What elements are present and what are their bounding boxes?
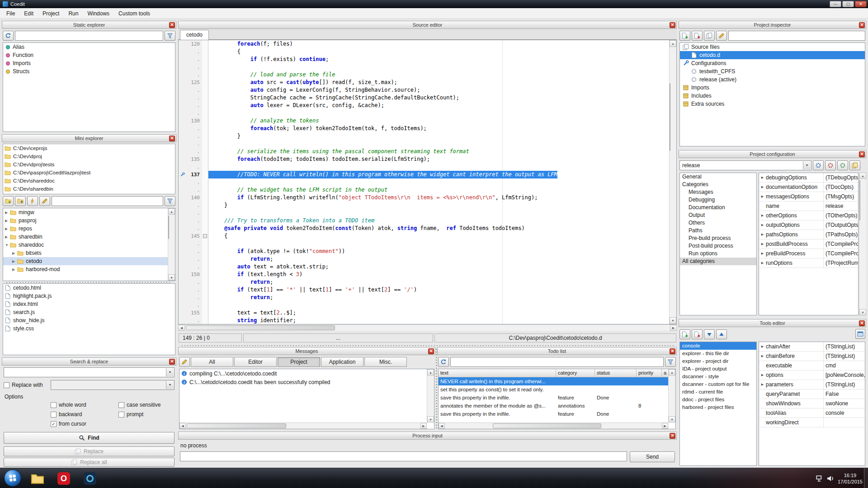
property-value[interactable]: release: [824, 202, 858, 211]
code-line[interactable]: . auto text = atok.text.strip;: [179, 263, 669, 271]
tool-item[interactable]: explorer - this file dir: [680, 350, 756, 357]
property-value[interactable]: cmd: [824, 361, 865, 370]
tool-item[interactable]: ddoc - project files: [680, 396, 756, 404]
property-value[interactable]: (TStringList): [824, 380, 865, 389]
expander-icon[interactable]: ▶: [759, 173, 766, 182]
todo-column-priority[interactable]: priority: [637, 369, 662, 377]
config-category[interactable]: Messages: [680, 188, 756, 196]
property-row[interactable]: queryParametFalse: [759, 389, 865, 399]
run-tool-button[interactable]: [855, 329, 865, 339]
property-value[interactable]: [824, 418, 865, 427]
replace-with-checkbox[interactable]: [4, 382, 9, 388]
start-button[interactable]: [4, 469, 21, 487]
messages-tab-application[interactable]: Application: [321, 357, 363, 367]
maximize-button[interactable]: ▢: [842, 1, 854, 7]
tool-item[interactable]: console: [680, 342, 756, 350]
add-tool-button[interactable]: [679, 329, 690, 339]
todo-row[interactable]: NEVER call writeln() in this program oth…: [439, 377, 675, 385]
code-line[interactable]: .: [179, 140, 669, 148]
favorite-path-item[interactable]: C:\Dev\dproj\tests: [3, 160, 175, 169]
fold-column[interactable]: –: [202, 232, 208, 240]
close-panel-icon[interactable]: ✕: [428, 348, 434, 354]
property-value[interactable]: console: [824, 408, 865, 418]
messages-vscrollbar[interactable]: ▲ ▼: [427, 369, 434, 422]
config-category[interactable]: General: [680, 173, 756, 181]
messages-hscrollbar[interactable]: ◀ ▶: [179, 422, 427, 429]
project-tree-item[interactable]: testwith_CPFS: [680, 67, 865, 75]
code-line[interactable]: .: [179, 301, 669, 309]
project-tree-item[interactable]: cetodo.d: [680, 51, 865, 59]
code-line[interactable]: .: [179, 209, 669, 217]
expander-icon[interactable]: ▶: [759, 258, 766, 267]
close-panel-icon[interactable]: ✕: [859, 22, 865, 28]
message-item[interactable]: iC:\...\cetodo\cetodo.coedit has been su…: [179, 378, 434, 386]
close-panel-icon[interactable]: ✕: [859, 151, 865, 157]
property-row[interactable]: toolAliasconsole: [759, 408, 865, 418]
property-row[interactable]: ▶chainBefore(TStringList): [759, 352, 865, 361]
property-row[interactable]: namerelease: [759, 202, 858, 211]
replace-with-combo[interactable]: ▼: [51, 380, 175, 390]
expander-icon[interactable]: ▶: [759, 352, 766, 361]
project-tree-item[interactable]: release (active): [680, 75, 865, 84]
config-category[interactable]: All categories: [680, 258, 756, 265]
folder-tree-item[interactable]: ▶bitsets: [3, 249, 175, 257]
code-line[interactable]: . if (text[1] == '*' || text[1] == '+' |…: [179, 286, 669, 294]
project-options-button[interactable]: [716, 31, 727, 41]
folder-tree-item[interactable]: ▶harbored-mod: [3, 265, 175, 273]
network-icon[interactable]: [816, 475, 823, 482]
code-line[interactable]: . foreach(tok; lexer) token2TodoItem(tok…: [179, 125, 669, 132]
code-line[interactable]: 120 foreach(f; files): [179, 40, 669, 48]
code-line[interactable]: 125 auto src = cast(ubyte[]) read(f, siz…: [179, 79, 669, 86]
checkbox[interactable]: [51, 402, 57, 408]
code-line[interactable]: 140 if (LfmString.length) writefln("obje…: [179, 194, 669, 202]
code-line[interactable]: . auto config = LexerConfig(f, StringBeh…: [179, 86, 669, 94]
chevron-collapsed-icon[interactable]: ▶: [12, 267, 17, 272]
file-item[interactable]: index.html: [3, 300, 175, 308]
symbol-item[interactable]: Imports: [3, 59, 175, 67]
code-line[interactable]: 137 //TODO: NEVER call writeln() in this…: [179, 171, 669, 178]
code-line[interactable]: .: [179, 109, 669, 117]
property-value[interactable]: swoNone: [824, 399, 865, 408]
code-line[interactable]: . @safe private void token2TodoItem(cons…: [179, 225, 669, 232]
tool-item[interactable]: IDA - project output: [680, 365, 756, 373]
code-line[interactable]: . // load and parse the file: [179, 71, 669, 79]
inspector-filter-input[interactable]: [728, 31, 865, 41]
favorite-path-item[interactable]: C:\Dev\shareddoc: [3, 177, 175, 185]
property-value[interactable]: (TCompileProc: [824, 239, 858, 249]
code-line[interactable]: . // the widget has the LFM script in th…: [179, 186, 669, 194]
option-case-sensitive[interactable]: case sensitive: [118, 402, 175, 408]
code-line[interactable]: . return;: [179, 278, 669, 286]
config-category[interactable]: Run options: [680, 250, 756, 258]
config-category[interactable]: Pre-build process: [680, 235, 756, 242]
expander-icon[interactable]: ▶: [759, 249, 766, 258]
file-item[interactable]: cetodo.html: [3, 284, 175, 292]
symbol-item[interactable]: Function: [3, 51, 175, 59]
remove-config-button[interactable]: [825, 160, 836, 170]
symbol-item[interactable]: Structs: [3, 67, 175, 75]
property-value[interactable]: False: [824, 389, 865, 399]
tool-item[interactable]: dscanner - custom opt for file: [680, 380, 756, 388]
menu-edit[interactable]: Edit: [19, 8, 38, 19]
todo-refresh-button[interactable]: [438, 357, 449, 367]
property-value[interactable]: (TStringList): [824, 352, 865, 361]
property-row[interactable]: ▶outputOptions(TOutputOpts): [759, 221, 858, 230]
tool-item[interactable]: rdmd - current file: [680, 388, 756, 396]
todo-column-category[interactable]: category: [556, 369, 595, 377]
code-line[interactable]: . return;: [179, 294, 669, 301]
property-value[interactable]: (TStringList): [824, 342, 865, 351]
minimize-button[interactable]: —: [830, 1, 841, 7]
code-line[interactable]: . /// Try to transforms a Token into a T…: [179, 217, 669, 225]
property-row[interactable]: ▶preBuildProcess(TCompileProc: [759, 249, 858, 258]
config-category[interactable]: Categories: [680, 181, 756, 188]
close-panel-icon[interactable]: ✕: [670, 348, 675, 354]
folder-tree-item[interactable]: ▼shareddoc: [3, 241, 175, 249]
expander-icon[interactable]: ▶: [759, 239, 766, 249]
code-line[interactable]: . auto lexer = DLexer(src, config, &cach…: [179, 102, 669, 109]
messages-edit-button[interactable]: [179, 357, 190, 367]
tool-item[interactable]: explorer - project dir: [680, 357, 756, 365]
taskbar-explorer-button[interactable]: [30, 471, 45, 486]
todo-row[interactable]: annotates the member of the module as @s…: [439, 402, 675, 410]
property-value[interactable]: (TOtherOpts): [824, 211, 858, 220]
property-row[interactable]: ▶runOptions(TProjectRunO: [759, 258, 858, 268]
code-line[interactable]: .: [179, 163, 669, 171]
